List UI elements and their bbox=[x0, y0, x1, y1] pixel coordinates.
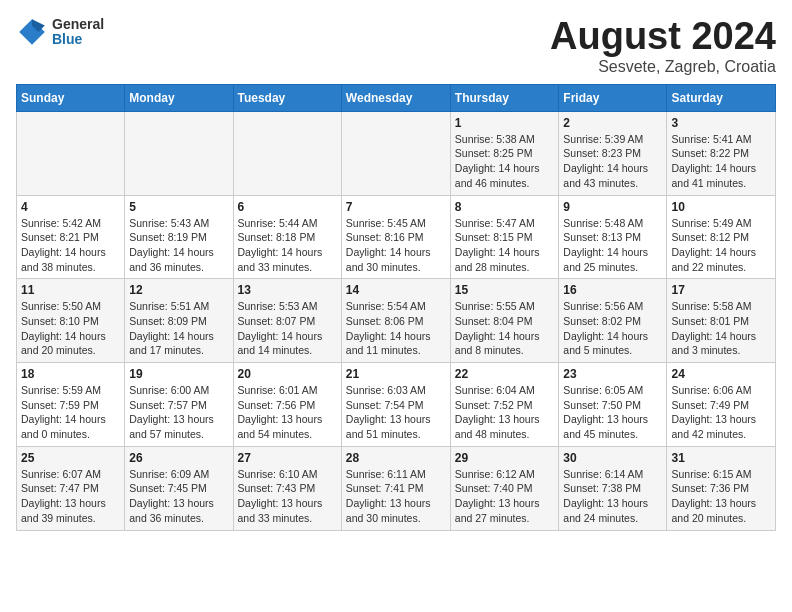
calendar-cell: 15Sunrise: 5:55 AM Sunset: 8:04 PM Dayli… bbox=[450, 279, 559, 363]
calendar-cell: 5Sunrise: 5:43 AM Sunset: 8:19 PM Daylig… bbox=[125, 195, 233, 279]
day-info: Sunrise: 6:01 AM Sunset: 7:56 PM Dayligh… bbox=[238, 383, 337, 442]
day-info: Sunrise: 5:42 AM Sunset: 8:21 PM Dayligh… bbox=[21, 216, 120, 275]
day-number: 28 bbox=[346, 451, 446, 465]
calendar-cell: 24Sunrise: 6:06 AM Sunset: 7:49 PM Dayli… bbox=[667, 363, 776, 447]
calendar-cell: 31Sunrise: 6:15 AM Sunset: 7:36 PM Dayli… bbox=[667, 446, 776, 530]
day-info: Sunrise: 5:51 AM Sunset: 8:09 PM Dayligh… bbox=[129, 299, 228, 358]
day-info: Sunrise: 5:49 AM Sunset: 8:12 PM Dayligh… bbox=[671, 216, 771, 275]
day-of-week-header: Sunday bbox=[17, 84, 125, 111]
day-number: 9 bbox=[563, 200, 662, 214]
calendar-cell: 9Sunrise: 5:48 AM Sunset: 8:13 PM Daylig… bbox=[559, 195, 667, 279]
day-info: Sunrise: 6:15 AM Sunset: 7:36 PM Dayligh… bbox=[671, 467, 771, 526]
day-number: 25 bbox=[21, 451, 120, 465]
calendar-cell: 29Sunrise: 6:12 AM Sunset: 7:40 PM Dayli… bbox=[450, 446, 559, 530]
month-year-title: August 2024 bbox=[550, 16, 776, 58]
calendar-cell: 23Sunrise: 6:05 AM Sunset: 7:50 PM Dayli… bbox=[559, 363, 667, 447]
day-info: Sunrise: 5:48 AM Sunset: 8:13 PM Dayligh… bbox=[563, 216, 662, 275]
location-subtitle: Sesvete, Zagreb, Croatia bbox=[550, 58, 776, 76]
day-of-week-header: Thursday bbox=[450, 84, 559, 111]
calendar-cell: 30Sunrise: 6:14 AM Sunset: 7:38 PM Dayli… bbox=[559, 446, 667, 530]
day-number: 14 bbox=[346, 283, 446, 297]
calendar-cell: 17Sunrise: 5:58 AM Sunset: 8:01 PM Dayli… bbox=[667, 279, 776, 363]
calendar-week-row: 4Sunrise: 5:42 AM Sunset: 8:21 PM Daylig… bbox=[17, 195, 776, 279]
day-info: Sunrise: 5:43 AM Sunset: 8:19 PM Dayligh… bbox=[129, 216, 228, 275]
calendar-week-row: 11Sunrise: 5:50 AM Sunset: 8:10 PM Dayli… bbox=[17, 279, 776, 363]
day-number: 12 bbox=[129, 283, 228, 297]
calendar-cell: 14Sunrise: 5:54 AM Sunset: 8:06 PM Dayli… bbox=[341, 279, 450, 363]
day-info: Sunrise: 6:05 AM Sunset: 7:50 PM Dayligh… bbox=[563, 383, 662, 442]
day-info: Sunrise: 5:50 AM Sunset: 8:10 PM Dayligh… bbox=[21, 299, 120, 358]
logo-general-text: General bbox=[52, 17, 104, 32]
calendar-week-row: 18Sunrise: 5:59 AM Sunset: 7:59 PM Dayli… bbox=[17, 363, 776, 447]
logo-icon bbox=[16, 16, 48, 48]
day-number: 18 bbox=[21, 367, 120, 381]
calendar-cell bbox=[341, 111, 450, 195]
day-number: 31 bbox=[671, 451, 771, 465]
day-number: 15 bbox=[455, 283, 555, 297]
calendar-cell: 28Sunrise: 6:11 AM Sunset: 7:41 PM Dayli… bbox=[341, 446, 450, 530]
logo: General Blue bbox=[16, 16, 104, 48]
calendar-cell: 1Sunrise: 5:38 AM Sunset: 8:25 PM Daylig… bbox=[450, 111, 559, 195]
day-info: Sunrise: 6:07 AM Sunset: 7:47 PM Dayligh… bbox=[21, 467, 120, 526]
day-info: Sunrise: 6:03 AM Sunset: 7:54 PM Dayligh… bbox=[346, 383, 446, 442]
day-number: 8 bbox=[455, 200, 555, 214]
day-number: 17 bbox=[671, 283, 771, 297]
day-info: Sunrise: 5:56 AM Sunset: 8:02 PM Dayligh… bbox=[563, 299, 662, 358]
day-of-week-header: Tuesday bbox=[233, 84, 341, 111]
day-number: 5 bbox=[129, 200, 228, 214]
calendar-cell: 25Sunrise: 6:07 AM Sunset: 7:47 PM Dayli… bbox=[17, 446, 125, 530]
day-info: Sunrise: 6:06 AM Sunset: 7:49 PM Dayligh… bbox=[671, 383, 771, 442]
day-info: Sunrise: 5:55 AM Sunset: 8:04 PM Dayligh… bbox=[455, 299, 555, 358]
calendar-week-row: 1Sunrise: 5:38 AM Sunset: 8:25 PM Daylig… bbox=[17, 111, 776, 195]
calendar-cell: 18Sunrise: 5:59 AM Sunset: 7:59 PM Dayli… bbox=[17, 363, 125, 447]
day-number: 6 bbox=[238, 200, 337, 214]
day-number: 29 bbox=[455, 451, 555, 465]
calendar-cell: 10Sunrise: 5:49 AM Sunset: 8:12 PM Dayli… bbox=[667, 195, 776, 279]
day-of-week-header: Wednesday bbox=[341, 84, 450, 111]
page-header: General Blue August 2024 Sesvete, Zagreb… bbox=[16, 16, 776, 76]
calendar-cell: 16Sunrise: 5:56 AM Sunset: 8:02 PM Dayli… bbox=[559, 279, 667, 363]
calendar-cell: 19Sunrise: 6:00 AM Sunset: 7:57 PM Dayli… bbox=[125, 363, 233, 447]
calendar-body: 1Sunrise: 5:38 AM Sunset: 8:25 PM Daylig… bbox=[17, 111, 776, 530]
day-info: Sunrise: 6:11 AM Sunset: 7:41 PM Dayligh… bbox=[346, 467, 446, 526]
day-of-week-header: Monday bbox=[125, 84, 233, 111]
day-number: 27 bbox=[238, 451, 337, 465]
day-number: 19 bbox=[129, 367, 228, 381]
day-info: Sunrise: 5:44 AM Sunset: 8:18 PM Dayligh… bbox=[238, 216, 337, 275]
day-number: 3 bbox=[671, 116, 771, 130]
calendar-cell bbox=[125, 111, 233, 195]
day-info: Sunrise: 5:58 AM Sunset: 8:01 PM Dayligh… bbox=[671, 299, 771, 358]
calendar-cell: 21Sunrise: 6:03 AM Sunset: 7:54 PM Dayli… bbox=[341, 363, 450, 447]
calendar-cell: 4Sunrise: 5:42 AM Sunset: 8:21 PM Daylig… bbox=[17, 195, 125, 279]
day-number: 30 bbox=[563, 451, 662, 465]
title-block: August 2024 Sesvete, Zagreb, Croatia bbox=[550, 16, 776, 76]
day-number: 22 bbox=[455, 367, 555, 381]
header-row: SundayMondayTuesdayWednesdayThursdayFrid… bbox=[17, 84, 776, 111]
day-number: 11 bbox=[21, 283, 120, 297]
day-info: Sunrise: 6:00 AM Sunset: 7:57 PM Dayligh… bbox=[129, 383, 228, 442]
day-info: Sunrise: 5:54 AM Sunset: 8:06 PM Dayligh… bbox=[346, 299, 446, 358]
day-number: 21 bbox=[346, 367, 446, 381]
day-number: 26 bbox=[129, 451, 228, 465]
day-info: Sunrise: 5:59 AM Sunset: 7:59 PM Dayligh… bbox=[21, 383, 120, 442]
day-number: 20 bbox=[238, 367, 337, 381]
day-info: Sunrise: 5:38 AM Sunset: 8:25 PM Dayligh… bbox=[455, 132, 555, 191]
day-info: Sunrise: 5:39 AM Sunset: 8:23 PM Dayligh… bbox=[563, 132, 662, 191]
day-number: 4 bbox=[21, 200, 120, 214]
logo-blue-text: Blue bbox=[52, 32, 104, 47]
calendar-table: SundayMondayTuesdayWednesdayThursdayFrid… bbox=[16, 84, 776, 531]
day-info: Sunrise: 6:10 AM Sunset: 7:43 PM Dayligh… bbox=[238, 467, 337, 526]
day-info: Sunrise: 6:09 AM Sunset: 7:45 PM Dayligh… bbox=[129, 467, 228, 526]
day-info: Sunrise: 6:04 AM Sunset: 7:52 PM Dayligh… bbox=[455, 383, 555, 442]
day-number: 24 bbox=[671, 367, 771, 381]
day-number: 10 bbox=[671, 200, 771, 214]
day-info: Sunrise: 5:47 AM Sunset: 8:15 PM Dayligh… bbox=[455, 216, 555, 275]
calendar-week-row: 25Sunrise: 6:07 AM Sunset: 7:47 PM Dayli… bbox=[17, 446, 776, 530]
day-info: Sunrise: 6:12 AM Sunset: 7:40 PM Dayligh… bbox=[455, 467, 555, 526]
calendar-cell: 2Sunrise: 5:39 AM Sunset: 8:23 PM Daylig… bbox=[559, 111, 667, 195]
day-number: 23 bbox=[563, 367, 662, 381]
day-of-week-header: Saturday bbox=[667, 84, 776, 111]
day-number: 13 bbox=[238, 283, 337, 297]
calendar-cell: 26Sunrise: 6:09 AM Sunset: 7:45 PM Dayli… bbox=[125, 446, 233, 530]
calendar-cell: 7Sunrise: 5:45 AM Sunset: 8:16 PM Daylig… bbox=[341, 195, 450, 279]
